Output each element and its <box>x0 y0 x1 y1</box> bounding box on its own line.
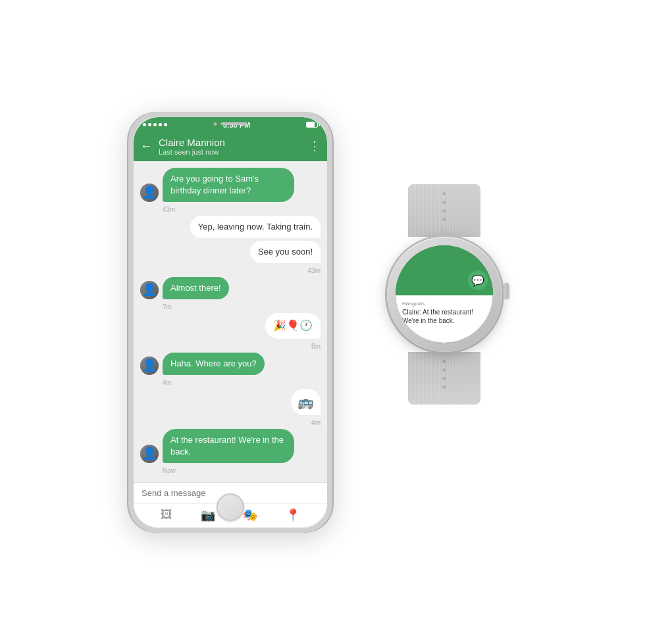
signal-dots <box>143 123 167 126</box>
avatar <box>140 281 159 299</box>
band-hole <box>443 209 446 212</box>
timestamp: 4m <box>163 379 321 386</box>
contact-status: Last seen just now <box>159 148 309 156</box>
message-row: 🚌 <box>140 389 321 415</box>
watch-screen: 💬 Hangouts Claire: At the restaurant! We… <box>396 245 493 343</box>
watch-band-bottom <box>408 352 480 405</box>
signal-dot <box>159 123 162 126</box>
band-holes-bottom <box>443 360 446 389</box>
message-text: 🚌 <box>297 395 314 409</box>
timestamp: 7m <box>163 303 321 310</box>
avatar-image <box>140 281 159 299</box>
band-hole <box>443 368 446 372</box>
phone-screen: 5:50 PM ← Claire Mannion Last seen just … <box>134 117 327 528</box>
message-text: Almost there! <box>170 283 221 293</box>
message-row: See you soon! <box>140 241 321 263</box>
message-text: Are you going to Sam's birthday dinner l… <box>170 174 259 195</box>
message-text: At the restaurant! We're in the back. <box>170 435 284 457</box>
timestamp: 6m <box>140 343 321 350</box>
outgoing-bubble: 🚌 <box>291 389 321 415</box>
watch-band-top <box>408 184 480 237</box>
band-hole <box>443 385 446 389</box>
battery-indicator <box>306 122 318 128</box>
menu-button[interactable]: ⋮ <box>309 139 321 153</box>
speaker <box>221 122 247 125</box>
watch-message: Claire: At the restaurant! We're in the … <box>402 308 486 325</box>
camera-icon[interactable]: 📷 <box>201 508 215 522</box>
avatar-image <box>140 445 159 463</box>
contact-name: Claire Mannion <box>159 137 309 148</box>
incoming-bubble: Haha. Where are you? <box>163 353 265 375</box>
incoming-bubble: Are you going to Sam's birthday dinner l… <box>163 168 294 202</box>
app-bar: ← Claire Mannion Last seen just now ⋮ <box>134 132 327 161</box>
hangouts-icon-symbol: 💬 <box>471 274 484 287</box>
message-row: 🎉🎈🕐 <box>140 313 321 338</box>
battery-fill <box>307 122 315 127</box>
message-text: See you soon! <box>258 247 313 257</box>
outgoing-bubble: Yep, leaving now. Taking train. <box>190 216 321 238</box>
message-row: At the restaurant! We're in the back. <box>140 429 321 463</box>
notch <box>214 122 247 126</box>
sticker-icon[interactable]: 🎭 <box>243 508 257 522</box>
band-hole <box>443 360 446 363</box>
signal-dot <box>148 123 151 126</box>
watch-crown[interactable] <box>503 283 509 299</box>
signal-dot <box>164 123 167 126</box>
chat-area: Are you going to Sam's birthday dinner l… <box>134 161 327 482</box>
scene: 5:50 PM ← Claire Mannion Last seen just … <box>0 0 645 644</box>
message-text: Yep, leaving now. Taking train. <box>198 222 313 232</box>
avatar-image <box>140 357 159 375</box>
watch-app-name: Hangouts <box>402 301 486 307</box>
avatar-image <box>140 184 159 202</box>
timestamp: 4m <box>140 419 321 426</box>
location-icon[interactable]: 📍 <box>286 508 300 522</box>
signal-dot <box>153 123 157 126</box>
front-camera <box>214 122 217 126</box>
band-holes <box>443 192 446 221</box>
incoming-bubble: At the restaurant! We're in the back. <box>163 429 294 463</box>
watch-notification: Hangouts Claire: At the restaurant! We'r… <box>396 295 493 343</box>
watch-screen-top: 💬 <box>396 245 493 295</box>
timestamp: Now <box>163 467 321 474</box>
message-text: 🎉🎈🕐 <box>273 320 313 331</box>
watch-case: 💬 Hangouts Claire: At the restaurant! We… <box>387 237 502 352</box>
band-hole <box>443 218 446 221</box>
outgoing-bubble: 🎉🎈🕐 <box>265 313 321 338</box>
contact-info: Claire Mannion Last seen just now <box>159 137 309 156</box>
message-row: Are you going to Sam's birthday dinner l… <box>140 168 321 202</box>
avatar <box>140 445 159 463</box>
watch-device: 💬 Hangouts Claire: At the restaurant! We… <box>372 184 517 460</box>
message-row: Almost there! <box>140 277 321 299</box>
message-text: Haha. Where are you? <box>170 359 257 368</box>
phone-device: 5:50 PM ← Claire Mannion Last seen just … <box>128 112 332 533</box>
band-hole <box>443 201 446 204</box>
avatar <box>140 357 159 375</box>
incoming-bubble: Almost there! <box>163 277 229 299</box>
avatar <box>140 184 159 202</box>
band-hole <box>443 377 446 380</box>
signal-dot <box>143 123 146 126</box>
timestamp: 43m <box>163 206 321 213</box>
hangouts-icon: 💬 <box>468 270 488 290</box>
back-button[interactable]: ← <box>140 139 152 153</box>
message-row: Yep, leaving now. Taking train. <box>140 216 321 238</box>
message-row: Haha. Where are you? <box>140 353 321 375</box>
battery-icon <box>306 122 318 128</box>
photo-icon[interactable]: 🖼 <box>161 508 172 522</box>
home-button[interactable] <box>217 493 244 521</box>
timestamp: 43m <box>140 267 321 274</box>
band-hole <box>443 192 446 195</box>
outgoing-bubble: See you soon! <box>250 241 321 263</box>
